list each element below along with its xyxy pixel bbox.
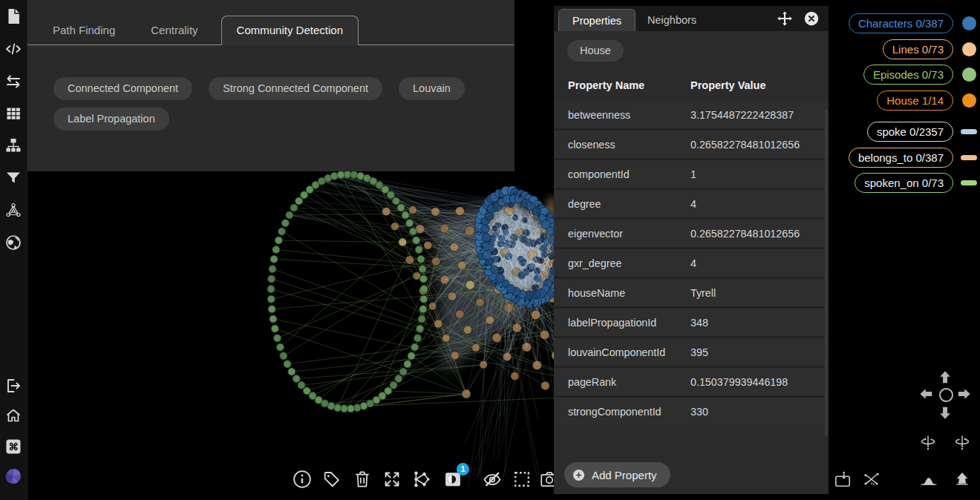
property-name: pageRank [554,376,690,388]
info-button[interactable] [292,469,313,490]
sidebar-item-kineviz-logo[interactable] [4,467,22,485]
filter-icon [4,169,22,187]
property-row-closeness[interactable]: closeness0.26582278481012656 [554,131,829,158]
category-chip[interactable]: House [567,40,624,62]
property-row-houseName[interactable]: houseNameTyrell [554,279,829,306]
command-icon: ⌘ [4,438,22,455]
sidebar-item-code[interactable] [4,40,22,58]
property-value: Tyrell [690,287,829,299]
view-mode-button[interactable]: 1 [442,469,463,490]
property-row-componentId[interactable]: componentId1 [554,160,829,188]
column-header-value: Property Value [690,79,766,91]
legend-edge-swatch[interactable] [961,129,977,134]
sidebar-item-home[interactable] [4,407,22,424]
property-name: degree [554,198,690,210]
add-property-button[interactable]: Add Property [564,462,670,487]
home-icon [4,407,22,424]
legend-pill-spoken_on[interactable]: spoken_on 0/73 [855,173,953,193]
property-value: 1 [690,168,829,180]
expand-button[interactable] [382,469,402,490]
properties-tab-neighbors[interactable]: Neighbors [634,9,710,31]
legend-row: Characters 0/387 [849,13,977,33]
sidebar-item-swap-arrows[interactable] [4,73,22,91]
column-header-name: Property Name [554,79,690,91]
legend-node-swatch[interactable] [962,68,976,82]
file-icon [4,7,22,25]
property-name: strongComponentId [554,406,690,418]
property-row-pageRank[interactable]: pageRank0.150379939446198 [554,368,829,395]
delete-button[interactable] [352,469,373,490]
left-sidebar: ⌘ [0,0,27,500]
legend-pill-belongs_to[interactable]: belongs_to 0/387 [849,148,953,168]
algorithm-button-louvain[interactable]: Louvain [399,77,465,100]
legend-node-swatch[interactable] [962,42,976,56]
move-panel-icon[interactable] [777,10,793,27]
sidebar-item-hierarchy[interactable] [4,136,22,154]
tag-icon [321,469,342,490]
property-value: 348 [690,317,829,329]
property-value: 4 [690,257,829,269]
property-row-betweenness[interactable]: betweenness3.1754487222428387 [554,101,829,128]
algorithm-button-connected-component[interactable]: Connected Component [53,77,192,100]
globe-icon [4,234,22,251]
legend-pill-lines[interactable]: Lines 0/73 [883,39,953,59]
sidebar-item-file[interactable] [4,7,22,25]
property-name: betweenness [554,109,690,121]
legend-pill-spoke[interactable]: spoke 0/2357 [867,122,953,142]
tag-button[interactable] [321,469,342,490]
add-property-label: Add Property [592,469,657,481]
category-chip-row: House [554,31,829,70]
sidebar-item-network[interactable] [4,201,22,219]
info-icon [292,469,313,490]
plus-circle-icon [572,468,586,482]
legend-row: belongs_to 0/387 [849,148,977,168]
hide-icon [482,469,503,490]
property-row-gxr_degree[interactable]: gxr_degree4 [554,249,829,277]
property-table-header: Property Name Property Value [554,70,829,101]
legend-row: House 1/14 [877,91,977,111]
expand-icon [382,469,402,490]
legend-node-swatch[interactable] [962,93,976,108]
sidebar-item-table[interactable] [4,105,22,122]
property-row-labelPropagationId[interactable]: labelPropagationId348 [554,309,829,336]
tab-path-finding[interactable]: Path Finding [42,16,126,44]
tab-community-detection[interactable]: Community Detection [221,16,359,45]
properties-panel-footer: Add Property [554,455,829,494]
property-row-strongComponentId[interactable]: strongComponentId330 [554,398,829,425]
graph-layout-button[interactable] [411,469,432,490]
property-row-eigenvector[interactable]: eigenvector0.26582278481012656 [554,220,829,247]
scrollbar[interactable] [825,110,828,436]
legend-row: Episodes 0/73 [863,65,977,85]
algorithm-panel: Path FindingCentralityCommunity Detectio… [27,0,514,171]
property-value: 4 [690,198,829,210]
property-name: labelPropagationId [554,317,690,329]
property-value: 395 [690,346,829,358]
legend-pill-episodes[interactable]: Episodes 0/73 [863,65,953,85]
close-panel-icon[interactable] [803,10,820,27]
sidebar-item-command[interactable]: ⌘ [4,438,22,455]
sidebar-item-filter[interactable] [4,169,22,187]
legend-node-swatch[interactable] [962,16,976,30]
algorithm-button-label-propagation[interactable]: Label Propagation [53,108,169,131]
properties-tab-properties[interactable]: Properties [558,9,636,31]
property-row-degree[interactable]: degree4 [554,190,829,217]
select-area-icon [512,469,532,490]
legend-edge-swatch[interactable] [961,180,977,185]
legend-row: spoke 0/2357 [867,122,977,142]
algorithm-button-strong-connected-component[interactable]: Strong Connected Component [209,77,382,100]
hide-button[interactable] [482,469,503,490]
properties-panel: PropertiesNeighbors House Property Name … [554,6,829,494]
sidebar-item-sign-out[interactable] [4,377,22,395]
legend-edge-swatch[interactable] [961,155,977,160]
network-icon [4,201,22,219]
sidebar-item-globe[interactable] [4,234,22,251]
property-row-louvainComponentId[interactable]: louvainComponentId395 [554,338,829,366]
legend-pill-house[interactable]: House 1/14 [877,91,953,111]
view-mode-badge: 1 [457,463,469,476]
tab-centrality[interactable]: Centrality [140,16,209,44]
legend-pill-characters[interactable]: Characters 0/387 [849,13,953,33]
property-name: closeness [554,139,690,151]
property-value: 0.26582278481012656 [690,228,829,240]
property-name: houseName [554,287,690,299]
select-area-button[interactable] [512,469,532,490]
